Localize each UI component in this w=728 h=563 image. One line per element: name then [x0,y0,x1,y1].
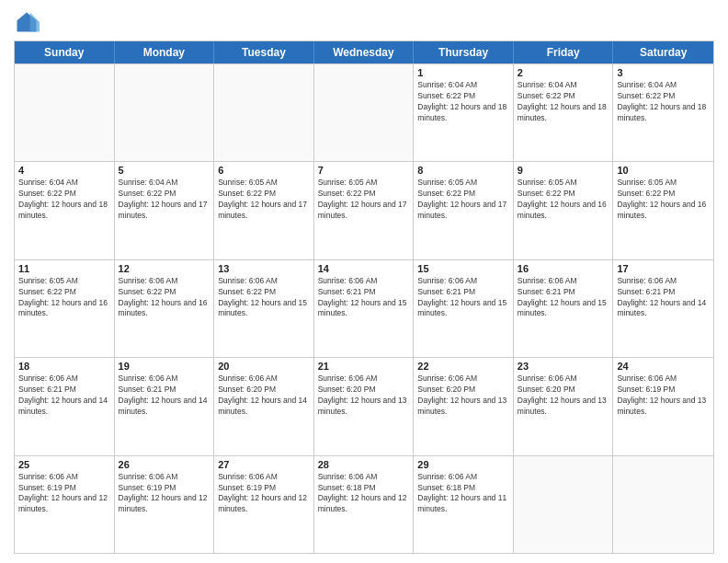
sun-info: Sunrise: 6:06 AM Sunset: 6:22 PM Dayligh… [218,276,310,320]
sun-info: Sunrise: 6:06 AM Sunset: 6:21 PM Dayligh… [318,276,410,320]
day-of-week-thursday: Thursday [414,41,514,63]
day-number: 16 [518,263,609,274]
day-number: 17 [617,263,710,274]
day-number: 12 [119,263,210,274]
day-number: 28 [318,459,410,470]
calendar-day-4: 4Sunrise: 6:04 AM Sunset: 6:22 PM Daylig… [15,162,115,259]
day-number: 1 [417,67,509,78]
calendar: SundayMondayTuesdayWednesdayThursdayFrid… [14,40,714,554]
calendar-day-7: 7Sunrise: 6:05 AM Sunset: 6:22 PM Daylig… [314,162,415,259]
sun-info: Sunrise: 6:06 AM Sunset: 6:19 PM Dayligh… [617,373,710,418]
day-number: 19 [119,361,210,372]
sun-info: Sunrise: 6:06 AM Sunset: 6:19 PM Dayligh… [218,472,310,516]
svg-marker-1 [30,13,40,32]
page: SundayMondayTuesdayWednesdayThursdayFrid… [0,0,728,563]
day-number: 6 [218,165,310,176]
calendar-week-3: 11Sunrise: 6:05 AM Sunset: 6:22 PM Dayli… [15,259,713,357]
calendar-day-23: 23Sunrise: 6:06 AM Sunset: 6:20 PM Dayli… [514,358,614,454]
sun-info: Sunrise: 6:06 AM Sunset: 6:21 PM Dayligh… [417,276,509,320]
day-of-week-monday: Monday [115,41,215,63]
calendar-day-16: 16Sunrise: 6:06 AM Sunset: 6:21 PM Dayli… [514,260,614,357]
sun-info: Sunrise: 6:05 AM Sunset: 6:22 PM Dayligh… [518,178,609,222]
header [14,9,714,35]
day-number: 13 [218,263,310,274]
sun-info: Sunrise: 6:05 AM Sunset: 6:22 PM Dayligh… [218,178,310,222]
sun-info: Sunrise: 6:04 AM Sunset: 6:22 PM Dayligh… [119,178,210,222]
day-of-week-friday: Friday [514,41,614,63]
day-number: 11 [18,263,110,274]
day-of-week-wednesday: Wednesday [314,41,415,63]
calendar-week-1: 1Sunrise: 6:04 AM Sunset: 6:22 PM Daylig… [15,63,713,161]
sun-info: Sunrise: 6:06 AM Sunset: 6:20 PM Dayligh… [417,373,509,418]
calendar-day-24: 24Sunrise: 6:06 AM Sunset: 6:19 PM Dayli… [613,358,713,454]
sun-info: Sunrise: 6:06 AM Sunset: 6:21 PM Dayligh… [119,373,210,418]
calendar-day-2: 2Sunrise: 6:04 AM Sunset: 6:22 PM Daylig… [514,64,614,161]
calendar-day-empty [214,64,314,161]
sun-info: Sunrise: 6:06 AM Sunset: 6:22 PM Dayligh… [119,276,210,320]
calendar-day-empty [115,64,215,161]
day-number: 21 [318,361,410,372]
sun-info: Sunrise: 6:04 AM Sunset: 6:22 PM Dayligh… [18,178,110,222]
calendar-day-empty [514,456,614,553]
calendar-day-18: 18Sunrise: 6:06 AM Sunset: 6:21 PM Dayli… [15,358,115,454]
sun-info: Sunrise: 6:05 AM Sunset: 6:22 PM Dayligh… [617,178,710,222]
calendar-day-12: 12Sunrise: 6:06 AM Sunset: 6:22 PM Dayli… [115,260,215,357]
sun-info: Sunrise: 6:06 AM Sunset: 6:21 PM Dayligh… [518,276,609,320]
calendar-day-21: 21Sunrise: 6:06 AM Sunset: 6:20 PM Dayli… [314,358,415,454]
calendar-week-4: 18Sunrise: 6:06 AM Sunset: 6:21 PM Dayli… [15,357,713,454]
day-number: 23 [518,361,609,372]
day-number: 25 [18,459,110,470]
day-number: 29 [417,459,509,470]
calendar-day-empty [314,64,415,161]
sun-info: Sunrise: 6:05 AM Sunset: 6:22 PM Dayligh… [18,276,110,320]
sun-info: Sunrise: 6:06 AM Sunset: 6:20 PM Dayligh… [218,373,310,418]
calendar-day-13: 13Sunrise: 6:06 AM Sunset: 6:22 PM Dayli… [214,260,314,357]
calendar-day-9: 9Sunrise: 6:05 AM Sunset: 6:22 PM Daylig… [514,162,614,259]
calendar-day-6: 6Sunrise: 6:05 AM Sunset: 6:22 PM Daylig… [214,162,314,259]
calendar-day-28: 28Sunrise: 6:06 AM Sunset: 6:18 PM Dayli… [314,456,415,553]
day-number: 20 [218,361,310,372]
sun-info: Sunrise: 6:06 AM Sunset: 6:19 PM Dayligh… [119,472,210,516]
day-number: 7 [318,165,410,176]
calendar-day-29: 29Sunrise: 6:06 AM Sunset: 6:18 PM Dayli… [414,456,514,553]
sun-info: Sunrise: 6:06 AM Sunset: 6:21 PM Dayligh… [18,373,110,418]
day-number: 5 [119,165,210,176]
calendar-day-25: 25Sunrise: 6:06 AM Sunset: 6:19 PM Dayli… [15,456,115,553]
calendar-day-26: 26Sunrise: 6:06 AM Sunset: 6:19 PM Dayli… [115,456,215,553]
calendar-day-17: 17Sunrise: 6:06 AM Sunset: 6:21 PM Dayli… [613,260,713,357]
calendar-day-22: 22Sunrise: 6:06 AM Sunset: 6:20 PM Dayli… [414,358,514,454]
logo [14,9,43,35]
calendar-day-1: 1Sunrise: 6:04 AM Sunset: 6:22 PM Daylig… [414,64,514,161]
calendar-day-11: 11Sunrise: 6:05 AM Sunset: 6:22 PM Dayli… [15,260,115,357]
calendar-day-19: 19Sunrise: 6:06 AM Sunset: 6:21 PM Dayli… [115,358,215,454]
calendar-week-2: 4Sunrise: 6:04 AM Sunset: 6:22 PM Daylig… [15,161,713,259]
logo-icon [14,9,40,35]
sun-info: Sunrise: 6:06 AM Sunset: 6:18 PM Dayligh… [318,472,410,516]
day-number: 18 [18,361,110,372]
day-number: 3 [617,67,710,78]
sun-info: Sunrise: 6:06 AM Sunset: 6:21 PM Dayligh… [617,276,710,320]
day-number: 2 [518,67,609,78]
sun-info: Sunrise: 6:04 AM Sunset: 6:22 PM Dayligh… [518,80,609,124]
day-number: 27 [218,459,310,470]
day-number: 4 [18,165,110,176]
calendar-day-27: 27Sunrise: 6:06 AM Sunset: 6:19 PM Dayli… [214,456,314,553]
calendar-week-5: 25Sunrise: 6:06 AM Sunset: 6:19 PM Dayli… [15,455,713,553]
calendar-day-5: 5Sunrise: 6:04 AM Sunset: 6:22 PM Daylig… [115,162,215,259]
day-number: 9 [518,165,609,176]
calendar-day-empty [613,456,713,553]
calendar-day-8: 8Sunrise: 6:05 AM Sunset: 6:22 PM Daylig… [414,162,514,259]
day-of-week-sunday: Sunday [15,41,115,63]
sun-info: Sunrise: 6:06 AM Sunset: 6:18 PM Dayligh… [417,472,509,516]
sun-info: Sunrise: 6:04 AM Sunset: 6:22 PM Dayligh… [417,80,509,124]
day-number: 10 [617,165,710,176]
day-number: 26 [119,459,210,470]
sun-info: Sunrise: 6:04 AM Sunset: 6:22 PM Dayligh… [617,80,710,124]
sun-info: Sunrise: 6:05 AM Sunset: 6:22 PM Dayligh… [417,178,509,222]
calendar-day-20: 20Sunrise: 6:06 AM Sunset: 6:20 PM Dayli… [214,358,314,454]
calendar-body: 1Sunrise: 6:04 AM Sunset: 6:22 PM Daylig… [15,63,713,553]
sun-info: Sunrise: 6:06 AM Sunset: 6:20 PM Dayligh… [318,373,410,418]
calendar-day-empty [15,64,115,161]
sun-info: Sunrise: 6:06 AM Sunset: 6:20 PM Dayligh… [518,373,609,418]
calendar-header-row: SundayMondayTuesdayWednesdayThursdayFrid… [15,41,713,63]
